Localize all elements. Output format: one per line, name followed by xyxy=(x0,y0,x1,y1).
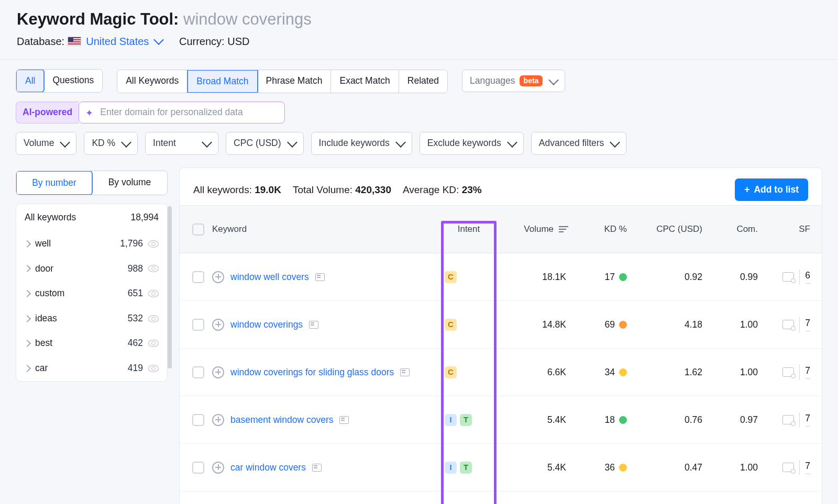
col-header-keyword[interactable]: Keyword xyxy=(211,223,445,236)
sidebar-group-well[interactable]: well 1,796 xyxy=(16,231,167,256)
chevron-down-icon xyxy=(121,138,131,148)
table-row: window covering T 5.4K 70 4.18 1.00 9-- xyxy=(180,491,822,504)
tab-exact-match[interactable]: Exact Match xyxy=(331,70,399,93)
volume-cell: 14.8K xyxy=(493,319,569,331)
tab-broad-match[interactable]: Broad Match xyxy=(187,70,258,94)
expand-keyword-icon[interactable] xyxy=(212,319,224,331)
com-cell: 1.00 xyxy=(705,319,760,331)
serp-preview-icon[interactable] xyxy=(312,464,322,472)
eye-icon[interactable] xyxy=(148,265,159,272)
row-checkbox[interactable] xyxy=(192,366,204,378)
ai-domain-placeholder: Enter domain for personalized data xyxy=(100,107,242,117)
sidebar-group-count: 651 xyxy=(128,287,143,300)
chevron-down-icon xyxy=(610,138,620,148)
serp-features-icon[interactable] xyxy=(782,463,794,472)
sidebar-group-best[interactable]: best 462 xyxy=(16,331,167,356)
languages-dropdown[interactable]: Languages beta xyxy=(462,70,565,93)
filter-exclude-keywords[interactable]: Exclude keywords xyxy=(420,132,524,155)
database-country: United States xyxy=(86,36,149,47)
filter-intent[interactable]: Intent xyxy=(145,132,218,155)
tab-related[interactable]: Related xyxy=(399,70,447,93)
intent-badge-c: C xyxy=(445,366,457,378)
keyword-link[interactable]: basement window covers xyxy=(230,414,333,427)
serp-features-icon[interactable] xyxy=(782,415,794,424)
kd-difficulty-dot xyxy=(619,464,627,472)
sidebar-group-ideas[interactable]: ideas 532 xyxy=(16,306,167,331)
keyword-link[interactable]: car window covers xyxy=(230,462,306,474)
col-header-cpc[interactable]: CPC (USD) xyxy=(629,223,705,236)
sidebar-all-keywords[interactable]: All keywords 18,994 xyxy=(16,204,167,231)
sort-by-number[interactable]: By number xyxy=(16,171,93,196)
sidebar-group-label: well xyxy=(35,238,51,250)
kd-cell: 34 xyxy=(569,366,629,379)
serp-preview-icon[interactable] xyxy=(400,368,410,376)
beta-badge: beta xyxy=(520,75,543,86)
sort-by-volume[interactable]: By volume xyxy=(92,171,167,195)
eye-icon[interactable] xyxy=(148,315,159,322)
filter-kd[interactable]: KD % xyxy=(84,132,138,155)
sidebar-scrollbar[interactable] xyxy=(168,206,172,368)
sidebar-group-count: 462 xyxy=(128,337,143,350)
expand-keyword-icon[interactable] xyxy=(212,271,224,283)
kd-cell: 17 xyxy=(569,271,629,284)
eye-icon[interactable] xyxy=(148,340,159,347)
expand-keyword-icon[interactable] xyxy=(212,414,224,426)
expand-keyword-icon[interactable] xyxy=(212,462,224,474)
col-header-intent[interactable]: Intent xyxy=(445,223,493,236)
com-cell: 0.99 xyxy=(705,271,760,284)
sidebar-sort-toggle: By number By volume xyxy=(16,171,168,196)
serp-preview-icon[interactable] xyxy=(339,416,349,424)
serp-features-icon[interactable] xyxy=(782,320,794,329)
filter-volume[interactable]: Volume xyxy=(16,132,76,155)
keyword-link[interactable]: window coverings xyxy=(230,319,303,331)
ai-domain-input[interactable]: ✦ Enter domain for personalized data xyxy=(79,102,285,124)
eye-icon[interactable] xyxy=(148,290,159,297)
intent-badge-t: T xyxy=(460,462,472,474)
sidebar-group-label: car xyxy=(35,362,48,375)
chevron-down-icon xyxy=(548,75,559,85)
add-to-list-button[interactable]: + Add to list xyxy=(735,178,808,201)
database-selector[interactable]: Database: United States xyxy=(17,35,162,49)
sidebar-group-count: 1,796 xyxy=(120,238,143,250)
filter-include-keywords[interactable]: Include keywords xyxy=(311,132,412,155)
keyword-link[interactable]: window well covers xyxy=(230,271,309,284)
row-checkbox[interactable] xyxy=(192,462,204,474)
plus-icon: + xyxy=(744,184,749,196)
col-header-volume[interactable]: Volume xyxy=(493,223,569,236)
volume-cell: 6.6K xyxy=(493,366,569,379)
sidebar-group-car[interactable]: car 419 xyxy=(16,356,167,381)
keyword-link[interactable]: window coverings for sliding glass doors xyxy=(230,366,394,379)
table-row: basement window covers IT 5.4K 18 0.76 0… xyxy=(180,396,822,444)
table-row: car window covers IT 5.4K 36 0.47 1.00 7… xyxy=(180,444,822,491)
tab-phrase-match[interactable]: Phrase Match xyxy=(258,70,332,93)
col-header-com[interactable]: Com. xyxy=(705,223,760,236)
serp-preview-icon[interactable] xyxy=(309,321,318,329)
checkbox-all[interactable] xyxy=(192,223,204,236)
tab-all-keywords[interactable]: All Keywords xyxy=(117,70,188,93)
filter-cpc[interactable]: CPC (USD) xyxy=(226,132,303,155)
intent-badge-c: C xyxy=(445,271,457,283)
filter-advanced[interactable]: Advanced filters xyxy=(531,132,627,155)
col-header-kd[interactable]: KD % xyxy=(569,223,629,236)
col-header-sf[interactable]: SF xyxy=(760,223,817,236)
intent-cell: C xyxy=(439,319,493,331)
sidebar-head-count: 18,994 xyxy=(130,211,159,224)
cpc-cell: 0.76 xyxy=(629,414,705,427)
languages-label: Languages xyxy=(470,75,515,87)
row-checkbox[interactable] xyxy=(192,271,204,283)
sidebar-group-door[interactable]: door 988 xyxy=(16,256,167,282)
intent-badge-t: T xyxy=(460,414,472,426)
eye-icon[interactable] xyxy=(148,240,159,248)
table-header: Keyword Intent Volume KD % CPC (USD) Com… xyxy=(180,205,822,253)
serp-preview-icon[interactable] xyxy=(315,273,325,281)
serp-features-icon[interactable] xyxy=(782,367,794,377)
intent-badge-i: I xyxy=(445,414,457,426)
tab-questions[interactable]: Questions xyxy=(44,70,102,93)
row-checkbox[interactable] xyxy=(192,319,204,331)
expand-keyword-icon[interactable] xyxy=(212,366,224,378)
tab-all[interactable]: All xyxy=(16,69,45,93)
row-checkbox[interactable] xyxy=(192,414,204,426)
sidebar-group-custom[interactable]: custom 651 xyxy=(16,281,167,306)
eye-icon[interactable] xyxy=(148,365,159,372)
serp-features-icon[interactable] xyxy=(782,272,794,282)
